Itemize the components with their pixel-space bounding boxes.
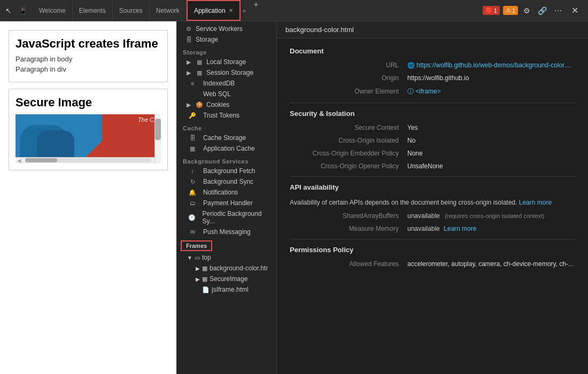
- shared-array-value: unavailable (requires cross-origin isola…: [407, 212, 545, 220]
- measure-memory-row: Measure Memory unavailable Learn more: [290, 225, 575, 232]
- api-heading: API availability: [290, 183, 575, 191]
- clock-icon: 🕐: [185, 214, 199, 221]
- learn-more-link-2[interactable]: Learn more: [444, 225, 476, 232]
- sidebar-item-bg-sync[interactable]: ↻ Background Sync: [176, 176, 276, 187]
- cross-origin-isolated-value: No: [407, 137, 415, 144]
- cursor-icon[interactable]: ↖: [3, 4, 14, 17]
- sidebar-item-websql[interactable]: Web SQL: [176, 89, 276, 99]
- allowed-features-value: accelerometer, autoplay, camera, ch-devi…: [407, 260, 574, 268]
- frame-secure-image[interactable]: ▶ ▦ SecureImage: [176, 274, 276, 284]
- tab-elements[interactable]: Elements: [73, 0, 113, 21]
- sidebar-item-session-storage[interactable]: ▶ ▦ Session Storage: [176, 67, 276, 78]
- close-devtools-button[interactable]: ✕: [567, 3, 583, 18]
- secure-context-label: Secure Context: [290, 124, 407, 131]
- expand-icon-top: ▼: [187, 255, 192, 261]
- sidebar-item-cookies[interactable]: ▶ 🍪 Cookies: [176, 99, 276, 110]
- devtools-icons: ↖ 📱: [0, 4, 33, 17]
- sidebar-item-notifications[interactable]: 🔔 Notifications: [176, 187, 276, 198]
- page-heading-iframe: JavaScript creates Iframe: [16, 37, 161, 51]
- para-div: Paragraph in div: [16, 65, 161, 73]
- url-link[interactable]: https://wolfib.github.io/web-demos/backg…: [416, 61, 571, 69]
- settings-icon[interactable]: ⚙: [521, 4, 532, 17]
- expand-icon-local: ▶: [185, 59, 192, 66]
- scrollbar-thumb: [25, 158, 57, 162]
- tabs-row: Welcome Elements Sources Network Applica…: [33, 0, 477, 21]
- owner-link[interactable]: <iframe>: [415, 88, 440, 95]
- cross-origin-isolated-label: Cross-Origin Isolated: [290, 137, 407, 144]
- frame-jsiframe[interactable]: 📄 jsIframe.html: [176, 284, 276, 295]
- owner-link-icon: ⓘ: [407, 88, 414, 95]
- webpage-panel: JavaScript creates Iframe Paragraph in b…: [0, 21, 176, 374]
- more-options-icon[interactable]: ⋯: [552, 4, 564, 17]
- embedder-policy-row: Cross-Origin Embedder Policy None: [290, 150, 575, 157]
- allowed-features-row: Allowed Features accelerometer, autoplay…: [290, 260, 575, 268]
- bell-icon: 🔔: [185, 189, 200, 196]
- tab-welcome[interactable]: Welcome: [33, 0, 73, 21]
- horizontal-scrollbar[interactable]: ◀ ▶: [16, 157, 161, 163]
- device-icon[interactable]: 📱: [16, 4, 29, 17]
- sidebar-item-cache-storage[interactable]: 🗄 Cache Storage: [176, 133, 276, 143]
- image-section: Secure Image The C... ◀ ▶: [9, 89, 168, 170]
- appcache-icon: ▦: [185, 145, 200, 152]
- frame-icon-top: ▭: [195, 254, 200, 261]
- origin-row: Origin https://wolfib.github.io: [290, 74, 575, 82]
- top-bar-right: 🔴 1 ⚠ 1 ⚙ 🔗 ⋯ ✕: [477, 3, 588, 18]
- sidebar-item-service-workers[interactable]: ⚙ Service Workers: [176, 24, 276, 34]
- message-icon: ✉: [185, 229, 200, 236]
- cache-group-label: Cache: [176, 121, 276, 133]
- devtools-main: background-color.html Document URL 🌐 htt…: [277, 21, 588, 374]
- learn-more-link-1[interactable]: Learn more: [519, 199, 552, 206]
- file-icon: 📄: [202, 286, 210, 293]
- page-heading-image: Secure Image: [16, 96, 161, 110]
- api-description: Availability of certain APIs depends on …: [290, 198, 575, 208]
- tab-sources[interactable]: Sources: [113, 0, 150, 21]
- permissions-heading: Permissions Policy: [290, 246, 575, 254]
- sidebar-item-local-storage[interactable]: ▶ ▦ Local Storage: [176, 57, 276, 67]
- sync-icon: ↻: [185, 178, 200, 185]
- tab-close-application[interactable]: ✕: [229, 7, 233, 13]
- url-label: URL: [290, 61, 407, 69]
- frame-top[interactable]: ▼ ▭ top: [176, 252, 276, 263]
- scrollbar-thumb-v: [155, 119, 161, 140]
- security-heading: Security & Isolation: [290, 110, 575, 118]
- opener-policy-row: Cross-Origin Opener Policy UnsafeNone: [290, 162, 575, 170]
- document-heading: Document: [290, 47, 575, 55]
- owner-row: Owner Element ⓘ <iframe>: [290, 87, 575, 96]
- add-tab-button[interactable]: +: [248, 0, 264, 21]
- top-bar: ↖ 📱 Welcome Elements Sources Network App…: [0, 0, 588, 21]
- image-placeholder: The C...: [16, 114, 161, 157]
- frame-icon-bg: ▦: [202, 265, 207, 272]
- tab-application[interactable]: Application ✕: [187, 0, 241, 21]
- sidebar-item-payment-handler[interactable]: 🗂 Payment Handler: [176, 198, 276, 208]
- tab-network[interactable]: Network: [150, 0, 187, 21]
- iframe-section: JavaScript creates Iframe Paragraph in b…: [9, 30, 168, 82]
- sidebar-item-indexeddb[interactable]: ≡ IndexedDB: [176, 78, 276, 89]
- vertical-scrollbar[interactable]: [154, 114, 161, 163]
- key-icon: 🔑: [185, 112, 200, 119]
- divider-3: [290, 239, 575, 239]
- frame-background-color[interactable]: ▶ ▦ background-color.htr: [176, 263, 276, 274]
- db-icon: ≡: [185, 80, 200, 87]
- sidebar-item-periodic-bg[interactable]: 🕐 Periodic Background Sy...: [176, 208, 276, 227]
- share-icon[interactable]: 🔗: [536, 4, 549, 17]
- webpage-content: JavaScript creates Iframe Paragraph in b…: [0, 21, 176, 374]
- shared-array-row: SharedArrayBuffers unavailable (requires…: [290, 212, 575, 220]
- devtools-sidebar: ⚙ Service Workers 🗄 Storage Storage ▶ ▦ …: [176, 21, 277, 374]
- sidebar-item-push-messaging[interactable]: ✉ Push Messaging: [176, 227, 276, 237]
- content-body: Document URL 🌐 https://wolfib.github.io/…: [277, 38, 588, 282]
- sidebar-item-trust-tokens[interactable]: 🔑 Trust Tokens: [176, 110, 276, 121]
- expand-icon-session: ▶: [185, 69, 192, 76]
- divider-1: [290, 103, 575, 103]
- frame-icon-secure: ▦: [202, 276, 207, 283]
- warning-badge: ⚠ 1: [503, 6, 518, 15]
- measure-memory-value: unavailable Learn more: [407, 225, 476, 232]
- sidebar-item-bg-fetch[interactable]: ↕ Background Fetch: [176, 166, 276, 176]
- sidebar-item-app-cache[interactable]: ▦ Application Cache: [176, 143, 276, 154]
- more-tabs-icon[interactable]: »: [241, 0, 249, 21]
- sidebar-item-storage-top[interactable]: 🗄 Storage: [176, 34, 276, 45]
- gear-icon: ⚙: [185, 26, 192, 33]
- grid-icon-local: ▦: [196, 59, 203, 66]
- payment-icon: 🗂: [185, 200, 200, 206]
- para-body: Paragraph in body: [16, 55, 161, 63]
- origin-value: https://wolfib.github.io: [407, 74, 469, 82]
